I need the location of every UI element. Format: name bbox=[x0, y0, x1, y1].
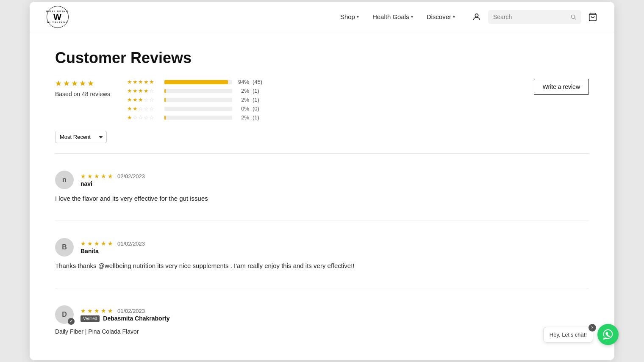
reviewer-name-row: VerifiedDebasmita Chakraborty bbox=[80, 315, 170, 322]
bar-track-5 bbox=[164, 80, 232, 84]
star-icon: ☆ bbox=[149, 88, 154, 94]
star-icon: ★ bbox=[133, 105, 138, 112]
review-text: Thanks thanks @wellbeing nutrition its v… bbox=[55, 261, 589, 271]
bar-fill-3 bbox=[164, 98, 166, 102]
bar-track-3 bbox=[164, 98, 232, 102]
star-icon: ★ bbox=[127, 97, 132, 103]
bar-pct-1: 2% bbox=[236, 114, 249, 121]
star-icon: ★ bbox=[127, 88, 132, 94]
star-icon: ★ bbox=[138, 88, 143, 94]
svg-point-0 bbox=[475, 14, 478, 17]
review-top-row: ★★★★★02/02/2023 bbox=[80, 173, 145, 180]
star-icon: ★ bbox=[87, 240, 93, 247]
bar-count-4: (1) bbox=[253, 88, 264, 94]
logo[interactable]: WELLBEING W NUTRITION bbox=[47, 6, 69, 28]
header: WELLBEING W NUTRITION Shop ▾ Health Goal… bbox=[30, 2, 614, 32]
overall-stars: ★ ★ ★ ★ ★ bbox=[55, 79, 110, 88]
star-icon: ★ bbox=[133, 79, 138, 85]
star-icon: ★ bbox=[101, 173, 106, 180]
bar-row-1: ★☆☆☆☆2%(1) bbox=[127, 114, 264, 121]
reviewer-name: navi bbox=[80, 180, 92, 187]
bar-count-3: (1) bbox=[253, 97, 264, 103]
star-icon: ☆ bbox=[144, 114, 149, 121]
review-meta: ★★★★★01/02/2023VerifiedDebasmita Chakrab… bbox=[80, 307, 170, 322]
reviewer-name-row: Banita bbox=[80, 248, 145, 254]
star-1: ★ bbox=[55, 79, 62, 88]
star-icon: ☆ bbox=[149, 105, 154, 112]
verified-badge: ✓ bbox=[68, 318, 75, 325]
overall-rating: ★ ★ ★ ★ ★ Based on 48 reviews bbox=[55, 79, 110, 97]
star-icon: ★ bbox=[80, 240, 86, 247]
logo-text-bottom: NUTRITION bbox=[47, 21, 69, 24]
star-icon: ★ bbox=[108, 307, 113, 314]
account-icon[interactable] bbox=[472, 12, 481, 22]
nav-discover[interactable]: Discover ▾ bbox=[427, 13, 455, 20]
review-date: 01/02/2023 bbox=[117, 240, 145, 247]
nav-shop[interactable]: Shop ▾ bbox=[340, 13, 359, 20]
bar-count-5: (45) bbox=[253, 79, 264, 85]
svg-line-2 bbox=[575, 18, 576, 19]
review-meta: ★★★★★02/02/2023navi bbox=[80, 173, 145, 187]
bar-pct-2: 0% bbox=[236, 105, 249, 112]
review-top-row: ★★★★★01/02/2023 bbox=[80, 307, 170, 314]
star-icon: ★ bbox=[94, 173, 100, 180]
whatsapp-button[interactable] bbox=[597, 324, 619, 345]
star-icon: ☆ bbox=[149, 114, 154, 121]
bar-track-4 bbox=[164, 89, 232, 93]
bar-row-3: ★★★☆☆2%(1) bbox=[127, 97, 264, 103]
rating-bars: ★★★★★94%(45)★★★★☆2%(1)★★★☆☆2%(1)★★☆☆☆0%(… bbox=[127, 79, 264, 121]
star-icon: ☆ bbox=[149, 97, 154, 103]
divider bbox=[55, 221, 589, 221]
star-icon: ☆ bbox=[138, 114, 143, 121]
search-icon bbox=[570, 14, 576, 20]
write-review-button[interactable]: Write a review bbox=[534, 79, 589, 95]
star-icon: ★ bbox=[101, 240, 106, 247]
star-icon: ☆ bbox=[144, 97, 149, 103]
review-text: I love the flavor and its very effective… bbox=[55, 193, 589, 204]
review-date: 01/02/2023 bbox=[117, 308, 145, 314]
bar-stars-4: ★★★★☆ bbox=[127, 88, 161, 94]
star-4: ★ bbox=[79, 79, 86, 88]
review-header: D✓★★★★★01/02/2023VerifiedDebasmita Chakr… bbox=[55, 305, 589, 324]
avatar: D✓ bbox=[55, 305, 74, 324]
star-icon: ★ bbox=[87, 307, 93, 314]
star-icon: ★ bbox=[138, 97, 143, 103]
search-input[interactable] bbox=[493, 14, 567, 20]
logo-circle: WELLBEING W NUTRITION bbox=[47, 6, 69, 28]
star-icon: ★ bbox=[149, 79, 154, 85]
main-content: Customer Reviews ★ ★ ★ ★ ★ Based on 48 r… bbox=[30, 32, 614, 360]
divider bbox=[55, 153, 589, 154]
bar-pct-3: 2% bbox=[236, 97, 249, 103]
star-icon: ☆ bbox=[133, 114, 138, 121]
chat-bubble-close[interactable]: × bbox=[588, 324, 596, 332]
review-header: n★★★★★02/02/2023navi bbox=[55, 171, 589, 189]
review-item: n★★★★★02/02/2023naviI love the flavor an… bbox=[55, 162, 589, 212]
review-item: B★★★★★01/02/2023BanitaThanks thanks @wel… bbox=[55, 229, 589, 279]
bar-fill-1 bbox=[164, 116, 166, 120]
logo-letter: W bbox=[53, 13, 62, 21]
star-icon: ★ bbox=[133, 97, 138, 103]
chat-bubble-text: Hey, Let's chat! bbox=[550, 332, 587, 338]
page-title: Customer Reviews bbox=[55, 49, 589, 67]
sort-row: Most RecentHighest RatingLowest Rating bbox=[55, 131, 589, 143]
verified-label: Verified bbox=[80, 315, 100, 322]
nav-health-goals[interactable]: Health Goals ▾ bbox=[372, 13, 413, 20]
bar-pct-4: 2% bbox=[236, 88, 249, 94]
review-meta: ★★★★★01/02/2023Banita bbox=[80, 240, 145, 254]
star-icon: ★ bbox=[127, 79, 132, 85]
star-icon: ★ bbox=[94, 307, 100, 314]
star-5: ★ bbox=[87, 79, 94, 88]
star-icon: ★ bbox=[127, 114, 132, 121]
star-icon: ★ bbox=[80, 307, 86, 314]
reviews-list: n★★★★★02/02/2023naviI love the flavor an… bbox=[55, 162, 589, 343]
whatsapp-icon bbox=[602, 328, 614, 341]
sort-select[interactable]: Most RecentHighest RatingLowest Rating bbox=[55, 131, 107, 143]
reviewer-name: Banita bbox=[80, 248, 99, 254]
bar-row-2: ★★☆☆☆0%(0) bbox=[127, 105, 264, 112]
star-icon: ★ bbox=[133, 88, 138, 94]
cart-icon[interactable] bbox=[588, 12, 597, 22]
chevron-down-icon: ▾ bbox=[357, 14, 359, 19]
bar-track-2 bbox=[164, 107, 232, 111]
reviewer-name: Debasmita Chakraborty bbox=[103, 315, 169, 322]
search-bar[interactable] bbox=[488, 10, 581, 24]
